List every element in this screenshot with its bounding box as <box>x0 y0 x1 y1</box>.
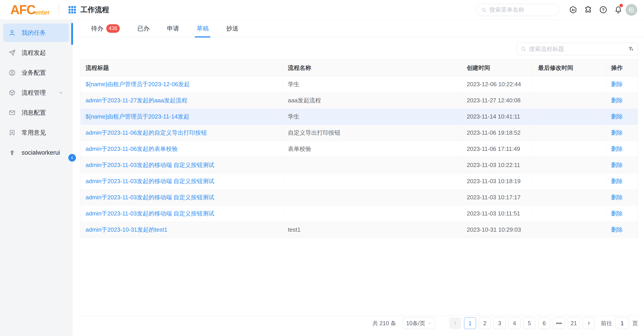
drafts-table: 流程标题 流程名称 创建时间 最后修改时间 操作 ${name}由租户管理员于2… <box>80 59 638 238</box>
arrow-up-icon <box>8 149 16 156</box>
sidebar-item[interactable]: 流程发起 <box>3 43 69 62</box>
tab-label: 已办 <box>137 24 150 32</box>
delete-link[interactable]: 删除 <box>611 178 623 185</box>
sidebar-item-label: 业务配置 <box>22 69 46 77</box>
sidebar-item[interactable]: 流程管理 <box>3 83 69 102</box>
delete-link[interactable]: 删除 <box>611 145 623 152</box>
todo-count-badge: 436 <box>106 24 120 33</box>
ai-assistant-button[interactable] <box>569 5 577 14</box>
goto-page-input[interactable] <box>615 317 629 329</box>
process-title-link[interactable]: admin于2023-11-03发起的移动端 自定义按钮测试 <box>86 162 214 168</box>
pager-page-button[interactable]: 1 <box>464 317 476 329</box>
sidebar-item[interactable]: socialworkerui <box>3 143 69 162</box>
modified-time-cell <box>533 189 606 206</box>
sidebar: 我的任务 流程发起 业务配置 流程管理 消息配置 常用意见 socialwork… <box>0 20 72 336</box>
chevron-left-icon <box>453 321 458 326</box>
process-title-link[interactable]: admin于2023-11-06发起的表单校验 <box>86 145 178 152</box>
mail-icon <box>8 109 16 116</box>
process-name-cell: aaa发起流程 <box>283 92 462 109</box>
process-title-link[interactable]: admin于2023-11-06发起的自定义导出打印按钮 <box>86 129 207 136</box>
main-area: 待办 436 已办 申请 草稿 抄送 <box>72 20 644 336</box>
pager-page-button[interactable]: 2 <box>479 317 491 329</box>
tab-label: 抄送 <box>226 24 238 32</box>
notifications-button[interactable] <box>614 5 622 14</box>
table-row: ${name}由租户管理员于2023-11-14发起 学生 2023-11-14… <box>81 109 638 125</box>
table-header-row: 流程标题 流程名称 创建时间 最后修改时间 操作 <box>81 59 638 76</box>
filter-icon[interactable] <box>628 46 634 52</box>
user-avatar[interactable]: 租 <box>626 4 637 16</box>
plugins-button[interactable] <box>584 5 592 14</box>
delete-link[interactable]: 删除 <box>611 194 623 201</box>
sidebar-item[interactable]: 消息配置 <box>3 103 69 122</box>
delete-link[interactable]: 删除 <box>611 226 623 233</box>
table-row: admin于2023-11-06发起的自定义导出打印按钮 自定义导出打印按钮 2… <box>81 125 638 141</box>
process-title-link[interactable]: admin于2023-11-03发起的移动端 自定义按钮测试 <box>86 210 214 217</box>
pagination-bar: 共 210 条 10条/页 1 2 3 4 5 6 ••• 21 <box>80 316 638 331</box>
tab[interactable]: 草稿 <box>196 20 209 37</box>
created-time-cell: 2023-11-27 12:40:08 <box>462 92 533 109</box>
sidebar-item-label: 流程管理 <box>22 89 46 97</box>
goto-suffix: 页 <box>632 320 638 327</box>
process-name-cell <box>283 206 462 222</box>
app-header: AFC enter 工作流程 租 <box>0 0 644 20</box>
logo-suffix: enter <box>35 10 50 16</box>
goto-label: 前往 <box>601 320 612 327</box>
pager-page-button[interactable]: 6 <box>538 317 550 329</box>
menu-search-box[interactable] <box>476 4 559 16</box>
process-title-search-input[interactable] <box>529 45 626 52</box>
process-name-cell <box>283 173 462 189</box>
process-name-cell: test1 <box>283 222 462 238</box>
tab[interactable]: 申请 <box>167 20 179 37</box>
tab[interactable]: 抄送 <box>226 20 238 37</box>
user-icon <box>8 29 16 36</box>
created-time-cell: 2023-11-06 17:11:49 <box>462 141 533 157</box>
app-title: 工作流程 <box>80 5 109 15</box>
apps-grid-icon[interactable] <box>68 5 76 14</box>
process-name-cell: 学生 <box>283 76 462 92</box>
sidebar-item[interactable]: 我的任务 <box>3 23 69 42</box>
process-title-link[interactable]: admin于2023-11-27发起的aaa发起流程 <box>86 97 187 104</box>
modified-time-cell <box>533 92 606 109</box>
help-button[interactable] <box>599 5 608 14</box>
modified-time-cell <box>533 173 606 189</box>
tab[interactable]: 已办 <box>137 20 150 37</box>
pager-next-button[interactable] <box>583 317 594 329</box>
process-title-link[interactable]: admin于2023-11-03发起的移动端 自定义按钮测试 <box>86 178 214 185</box>
pager-prev-button[interactable] <box>449 317 461 329</box>
delete-link[interactable]: 删除 <box>611 162 623 168</box>
delete-link[interactable]: 删除 <box>611 81 623 87</box>
menu-search-input[interactable] <box>489 6 554 13</box>
modified-time-cell <box>533 157 606 173</box>
header-divider <box>59 5 59 14</box>
table-row: admin于2023-11-27发起的aaa发起流程 aaa发起流程 2023-… <box>81 92 638 109</box>
pager: 1 2 3 4 5 6 ••• 21 <box>449 317 594 329</box>
tab[interactable]: 待办 436 <box>91 20 120 37</box>
process-title-search-box[interactable] <box>517 43 638 55</box>
search-icon <box>481 7 486 12</box>
page-size-select[interactable]: 10条/页 <box>403 317 435 329</box>
help-icon <box>599 5 608 14</box>
content-panel: 流程标题 流程名称 创建时间 最后修改时间 操作 ${name}由租户管理员于2… <box>72 37 644 336</box>
process-title-link[interactable]: admin于2023-11-03发起的移动端 自定义按钮测试 <box>86 194 214 201</box>
delete-link[interactable]: 删除 <box>611 113 623 120</box>
pager-page-button[interactable]: 5 <box>524 317 535 329</box>
delete-link[interactable]: 删除 <box>611 129 623 136</box>
pager-page-button[interactable]: 3 <box>494 317 506 329</box>
process-title-link[interactable]: admin于2023-10-31发起的test1 <box>86 226 167 233</box>
sidebar-item[interactable]: 常用意见 <box>3 123 69 142</box>
table-row: admin于2023-10-31发起的test1 test1 2023-10-3… <box>81 222 638 238</box>
collapse-sidebar-button[interactable] <box>68 154 76 162</box>
sidebar-item[interactable]: 业务配置 <box>3 63 69 82</box>
created-time-cell: 2023-11-03 10:18:19 <box>462 173 533 189</box>
delete-link[interactable]: 删除 <box>611 97 623 104</box>
sidebar-item-label: 流程发起 <box>22 49 46 57</box>
delete-link[interactable]: 删除 <box>611 210 623 217</box>
process-title-link[interactable]: ${name}由租户管理员于2023-11-14发起 <box>86 113 189 120</box>
search-icon <box>521 46 526 52</box>
pager-page-button[interactable]: 21 <box>568 317 580 329</box>
table-header-cell: 流程标题 <box>81 59 283 76</box>
process-title-link[interactable]: ${name}由租户管理员于2023-12-06发起 <box>86 81 190 87</box>
pager-page-button[interactable]: 4 <box>508 317 520 329</box>
table-header-cell: 操作 <box>606 59 638 76</box>
pager-page-button[interactable]: ••• <box>553 317 565 329</box>
